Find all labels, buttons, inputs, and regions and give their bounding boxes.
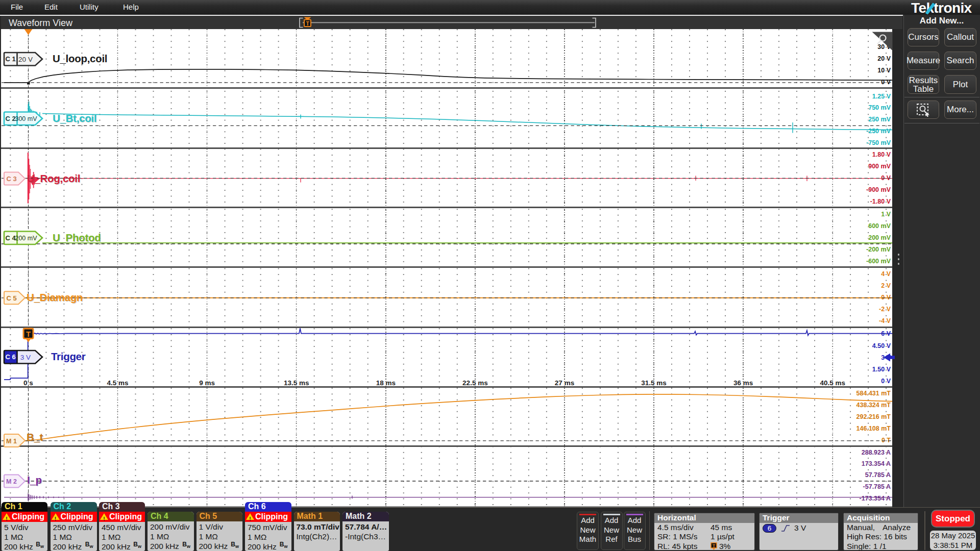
svg-text:3 V: 3 V — [20, 354, 31, 361]
svg-text:T: T — [26, 330, 31, 338]
svg-text:300 mV: 300 mV — [15, 115, 37, 122]
svg-text:C 3: C 3 — [6, 175, 16, 183]
svg-text:M 1: M 1 — [6, 438, 17, 445]
svg-text:M 2: M 2 — [6, 478, 17, 485]
svg-text:200 mV: 200 mV — [15, 235, 37, 242]
svg-text:T: T — [713, 543, 716, 548]
svg-text:20 V: 20 V — [18, 56, 33, 63]
svg-text:C 4: C 4 — [5, 234, 16, 242]
svg-text:T: T — [306, 20, 309, 27]
svg-text:C 6: C 6 — [5, 353, 15, 361]
svg-text:C 5: C 5 — [6, 294, 16, 302]
svg-text:C 2: C 2 — [5, 115, 15, 122]
svg-text:C 1: C 1 — [5, 55, 15, 63]
